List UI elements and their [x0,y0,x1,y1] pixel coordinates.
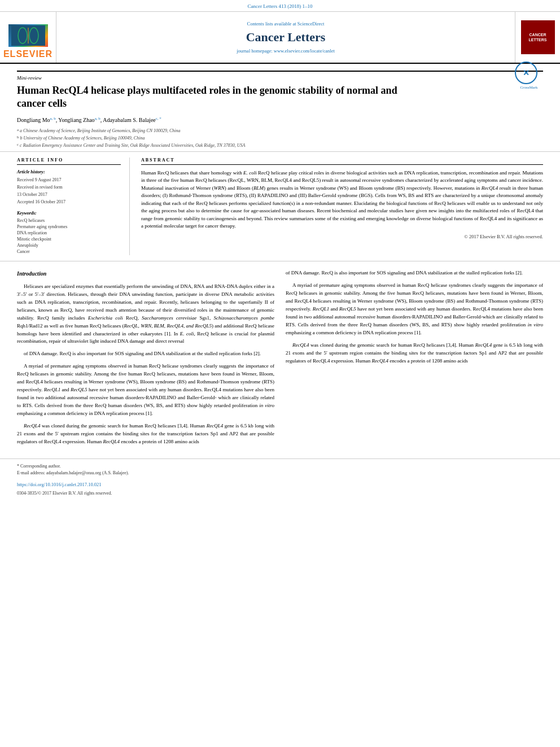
cancer-letters-badge: CANCER LETTERS [521,20,555,54]
keywords-label: Keywords: [17,211,121,216]
author-adayabalam: Adayabalam S. Balajee [103,117,156,123]
authors-line: Dongliang Moa, b, Yongliang Zhaoa, b, Ad… [17,116,543,123]
right-para-1: of DNA damage. RecQ is also important fo… [286,269,543,277]
article-info-header: ARTICLE INFO [17,158,121,165]
keyword-6: Cancer [17,249,121,254]
right-para-3: RecQL4 was cloned during the genomic sea… [286,342,543,365]
contents-line: Contents lists available at ScienceDirec… [247,21,325,27]
elsevier-tree-image [8,24,48,47]
affiliation-c: c c Radiation Emergency Assistance Cente… [17,142,543,148]
affiliation-a: a a Chinese Academy of Science, Beijing … [17,128,543,134]
body-col-left: Introduction Helicases are specialized e… [17,269,274,450]
history-revised-date: 13 October 2017 [17,191,121,198]
journal-header-center: Contents lists available at ScienceDirec… [56,12,515,63]
abstract-header: ABSTRACT [141,158,543,165]
author-yongliang: Yongliang Zhao [58,117,94,123]
keyword-2: Premature aging syndromes [17,224,121,229]
keyword-4: Mitotic checkpoint [17,237,121,242]
article-title: Human RecQL4 helicase plays multifaceted… [17,84,423,111]
body-col-right: of DNA damage. RecQ is also important fo… [286,269,543,450]
body-two-col: Introduction Helicases are specialized e… [17,269,543,450]
email-note: E-mail address: adayabalam.balajee@orau.… [17,470,543,475]
journal-citation-text: Cancer Letters 413 (2018) 1–10 [248,3,313,9]
journal-title: Cancer Letters [246,30,326,45]
body-section: Introduction Helicases are specialized e… [0,261,560,458]
intro-para-3: A myriad of premature aging symptoms obs… [17,362,274,418]
elsevier-logo-area: ELSEVIER [0,12,56,63]
keyword-3: DNA replication [17,230,121,235]
history-accepted: Accepted 16 October 2017 [17,199,121,205]
journal-homepage: journal homepage: www.elsevier.com/locat… [237,48,335,54]
journal-header: ELSEVIER Contents lists available at Sci… [0,12,560,64]
abstract-copyright: © 2017 Elsevier B.V. All rights reserved… [141,234,543,239]
elsevier-wordmark: ELSEVIER [3,49,53,59]
history-label: Article history: [17,169,121,174]
affiliation-b: b b University of Chinese Academy of Sci… [17,135,543,141]
article-title-section: Mini-review Human RecQL4 helicase plays … [0,64,560,152]
keyword-1: RecQ helicases [17,218,121,223]
doi-line[interactable]: https://doi.org/10.1016/j.canlet.2017.10… [0,479,560,490]
journal-citation-bar: Cancer Letters 413 (2018) 1–10 [0,0,560,12]
journal-badge-area: CANCER LETTERS [515,12,560,63]
corresponding-author-note: * Corresponding author. [17,464,543,469]
history-revised-label: Received in revised form [17,184,121,190]
footnotes: * Corresponding author. E-mail address: … [0,458,560,479]
keyword-5: Aneuploidy [17,243,121,248]
affiliations: a a Chinese Academy of Science, Beijing … [17,128,543,149]
author-dongliang: Dongliang Mo [17,117,50,123]
abstract-body: Human RecQ helicases that share homology… [141,169,543,230]
homepage-url[interactable]: www.elsevier.com/locate/canlet [274,48,335,54]
doi-link[interactable]: https://doi.org/10.1016/j.canlet.2017.10… [17,482,102,487]
intro-para-4: RecQL4 was cloned during the genomic sea… [17,422,274,446]
mini-review-label: Mini-review [17,71,543,81]
crossmark-icon: ✕ [515,62,537,84]
sciencedirect-link[interactable]: ScienceDirect [298,21,325,27]
crossmark-area: ✕ CrossMark [515,62,543,90]
crossmark-label: CrossMark [515,85,543,90]
abstract-column: ABSTRACT Human RecQ helicases that share… [141,158,543,256]
introduction-title: Introduction [17,269,274,278]
issn-line: 0304-3835/© 2017 Elsevier B.V. All right… [0,490,560,500]
article-info-abstract: ARTICLE INFO Article history: Received 9… [0,152,560,262]
intro-para-1: Helicases are specialized enzymes that e… [17,283,274,346]
intro-para-2: of DNA damage. RecQ is also important fo… [17,350,274,358]
article-info-column: ARTICLE INFO Article history: Received 9… [17,158,130,256]
right-para-2: A myriad of premature aging symptoms obs… [286,282,543,337]
history-received: Received 9 August 2017 [17,177,121,183]
